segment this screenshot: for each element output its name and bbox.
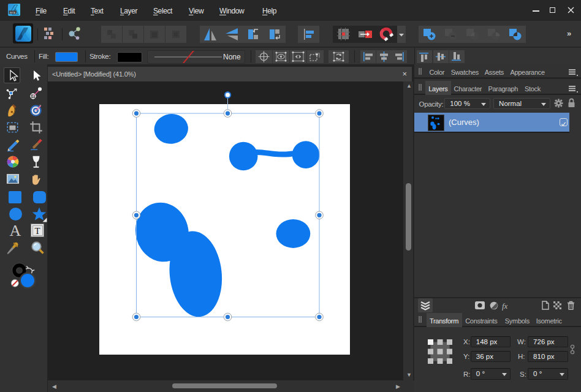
svg-text:BETA: BETA bbox=[10, 12, 16, 14]
